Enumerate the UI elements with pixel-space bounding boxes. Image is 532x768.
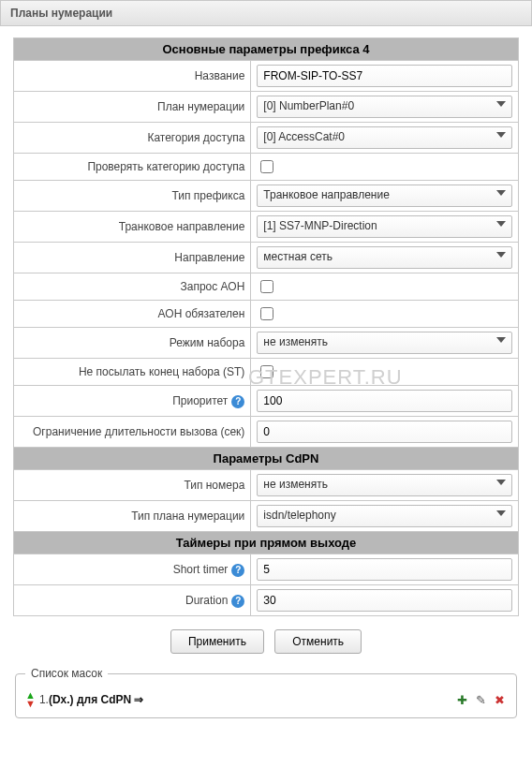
label-duration: Duration?	[14, 585, 251, 616]
mask-text: 1.(Dx.) для CdPN ⇒	[39, 693, 144, 706]
label-numbering-plan: План нумерации	[14, 92, 251, 123]
label-check-access: Проверять категорию доступа	[14, 154, 251, 181]
help-icon[interactable]: ?	[231, 564, 244, 577]
chevron-down-icon	[496, 252, 506, 258]
label-direction: Направление	[14, 243, 251, 273]
number-type-value: не изменять	[263, 478, 328, 491]
trunk-direction-value: [1] SS7-MNP-Direction	[263, 219, 377, 232]
check-access-checkbox[interactable]	[260, 160, 273, 173]
plan-type-select[interactable]: isdn/telephony	[257, 505, 512, 527]
section-main: Основные параметры префикса 4	[14, 38, 519, 61]
numbering-plan-select[interactable]: [0] NumberPlan#0	[257, 96, 512, 118]
delete-mask-icon[interactable]: ✖	[492, 692, 507, 707]
label-short-timer: Short timer?	[14, 554, 251, 585]
label-priority: Приоритет?	[14, 386, 251, 417]
label-dial-mode: Режим набора	[14, 328, 251, 359]
label-aon-request: Запрос АОН	[14, 273, 251, 301]
label-name: Название	[14, 61, 251, 92]
trunk-direction-select[interactable]: [1] SS7-MNP-Direction	[257, 215, 512, 238]
numbering-plan-value: [0] NumberPlan#0	[263, 99, 354, 112]
mask-item[interactable]: ▲▼ 1.(Dx.) для CdPN ⇒	[25, 691, 144, 708]
label-plan-type: Тип плана нумерации	[14, 501, 251, 532]
duration-input[interactable]	[257, 589, 512, 612]
chevron-down-icon	[496, 480, 506, 485]
chevron-down-icon	[496, 101, 506, 107]
plan-type-value: isdn/telephony	[263, 509, 335, 522]
label-access-category: Категория доступа	[14, 123, 251, 154]
label-no-st: Не посылать конец набора (ST)	[14, 359, 251, 386]
chevron-down-icon	[496, 337, 506, 343]
section-timers: Таймеры при прямом выходе	[14, 532, 519, 554]
access-category-select[interactable]: [0] AccessCat#0	[257, 126, 512, 149]
chevron-down-icon	[496, 132, 506, 138]
label-aon-required: АОН обязателен	[14, 301, 251, 328]
prefix-type-value: Транковое направление	[263, 188, 390, 201]
apply-button[interactable]: Применить	[170, 629, 264, 654]
masks-fieldset: Список масок ▲▼ 1.(Dx.) для CdPN ⇒ ✚ ✎ ✖	[15, 667, 517, 718]
label-prefix-type: Тип префикса	[14, 181, 251, 212]
chevron-down-icon	[496, 190, 506, 196]
priority-input[interactable]	[257, 390, 512, 412]
label-trunk-direction: Транковое направление	[14, 212, 251, 243]
prefix-form: Основные параметры префикса 4 Название П…	[13, 37, 519, 616]
no-st-checkbox[interactable]	[260, 365, 273, 378]
number-type-select[interactable]: не изменять	[257, 474, 512, 496]
label-call-limit: Ограничение длительности вызова (сек)	[14, 417, 251, 448]
prefix-type-select[interactable]: Транковое направление	[257, 185, 512, 207]
dial-mode-value: не изменять	[263, 335, 328, 348]
help-icon[interactable]: ?	[231, 595, 244, 608]
masks-legend: Список масок	[25, 667, 108, 680]
call-limit-input[interactable]	[257, 421, 512, 443]
dial-mode-select[interactable]: не изменять	[257, 332, 512, 354]
add-mask-icon[interactable]: ✚	[454, 692, 469, 707]
short-timer-input[interactable]	[257, 558, 512, 581]
label-number-type: Тип номера	[14, 470, 251, 501]
edit-mask-icon[interactable]: ✎	[473, 692, 488, 707]
reorder-icon[interactable]: ▲▼	[25, 691, 36, 708]
page-title: Планы нумерации	[0, 0, 532, 26]
section-cdpn: Параметры CdPN	[14, 448, 519, 470]
chevron-down-icon	[496, 510, 506, 516]
direction-select[interactable]: местная сеть	[257, 246, 512, 269]
aon-required-checkbox[interactable]	[260, 307, 273, 320]
help-icon[interactable]: ?	[231, 395, 244, 408]
chevron-down-icon	[496, 221, 506, 227]
access-category-value: [0] AccessCat#0	[263, 130, 345, 143]
direction-value: местная сеть	[263, 250, 332, 263]
aon-request-checkbox[interactable]	[260, 280, 273, 293]
name-input[interactable]	[257, 65, 512, 87]
cancel-button[interactable]: Отменить	[274, 629, 362, 654]
